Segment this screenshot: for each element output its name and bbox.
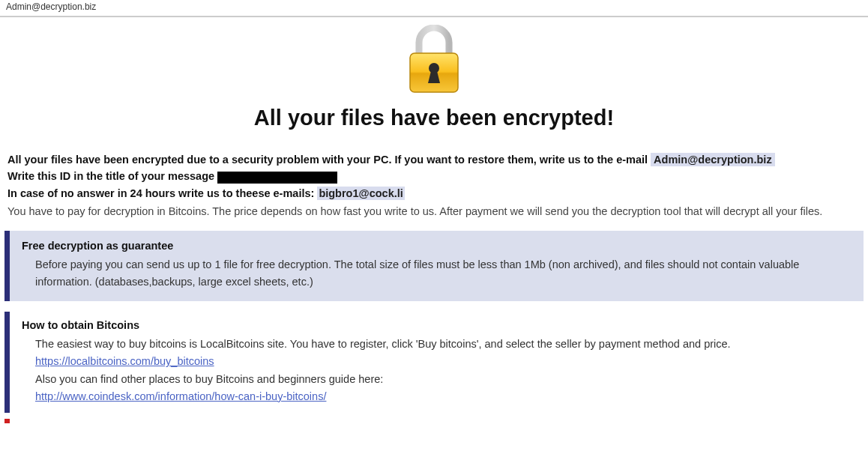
ransom-note: All your files have been encrypted! All …	[4, 22, 864, 423]
free-decryption-box: Free decryption as guarantee Before payi…	[4, 231, 864, 301]
bitcoin-box: How to obtain Bitcoins The easiest way t…	[4, 312, 864, 413]
bitcoin-link-2[interactable]: http://www.coindesk.com/information/how-…	[35, 390, 326, 402]
bitcoin-body-line2: Also you can find other places to buy Bi…	[35, 373, 383, 385]
window-titlebar: Admin@decryption.biz	[0, 0, 868, 16]
bitcoin-link-1[interactable]: https://localbitcoins.com/buy_bitcoins	[35, 355, 214, 367]
contact-email-secondary: bigbro1@cock.li	[317, 187, 404, 200]
next-section-stub	[4, 419, 10, 423]
intro-line1: All your files have been encrypted due t…	[7, 154, 651, 166]
window-body: All your files have been encrypted! All …	[0, 16, 868, 454]
contact-email-primary: Admin@decryption.biz	[651, 153, 775, 166]
redacted-id	[217, 172, 337, 184]
bitcoin-body: The easiest way to buy bitcoins is Local…	[22, 336, 852, 405]
intro-paragraph: All your files have been encrypted due t…	[4, 151, 864, 202]
payment-info-line: You have to pay for decryption in Bitcoi…	[4, 203, 864, 220]
window-title: Admin@decryption.biz	[6, 1, 96, 12]
lock-icon-wrap	[4, 22, 864, 100]
bitcoin-title: How to obtain Bitcoins	[22, 319, 852, 331]
free-decryption-title: Free decryption as guarantee	[22, 240, 852, 252]
scroll-area[interactable]: All your files have been encrypted! All …	[0, 17, 868, 454]
intro-line3: In case of no answer in 24 hours write u…	[7, 187, 317, 199]
free-decryption-body: Before paying you can send us up to 1 fi…	[22, 256, 852, 291]
lock-icon	[403, 25, 465, 97]
intro-line2: Write this ID in the title of your messa…	[7, 170, 217, 182]
main-heading: All your files have been encrypted!	[4, 106, 864, 130]
bitcoin-body-line1: The easiest way to buy bitcoins is Local…	[35, 338, 731, 350]
